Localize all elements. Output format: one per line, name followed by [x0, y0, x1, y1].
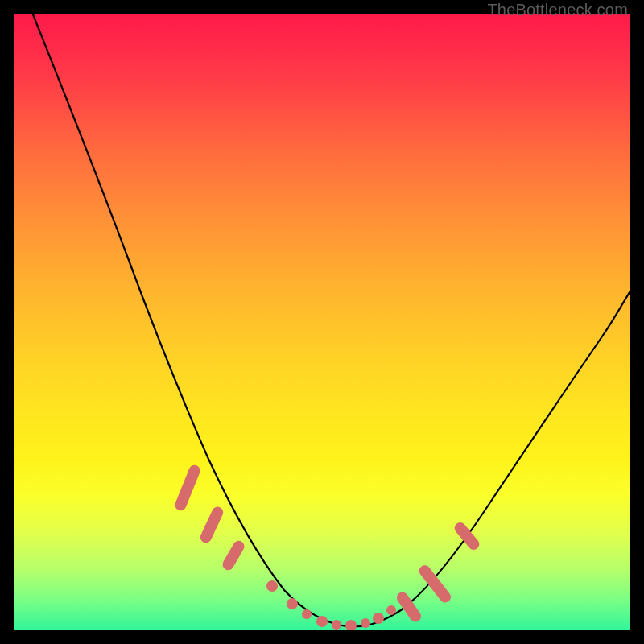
svg-point-12 — [361, 618, 370, 628]
svg-point-14 — [386, 605, 396, 615]
bottleneck-curve — [33, 14, 630, 626]
outer-frame: TheBottleneck.com — [0, 0, 644, 644]
svg-point-8 — [302, 609, 312, 619]
svg-point-13 — [373, 613, 384, 624]
chart-svg — [14, 14, 630, 630]
attribution-label: TheBottleneck.com — [487, 1, 628, 19]
svg-rect-2 — [221, 539, 246, 572]
svg-point-10 — [332, 620, 341, 630]
svg-point-7 — [287, 598, 298, 609]
svg-rect-4 — [417, 563, 453, 605]
highlight-right-cluster — [394, 520, 481, 624]
highlight-left-cluster — [173, 464, 246, 572]
svg-point-11 — [345, 620, 357, 630]
svg-rect-5 — [452, 520, 481, 552]
plot-area — [14, 14, 630, 630]
svg-point-9 — [316, 616, 328, 627]
svg-rect-0 — [173, 464, 201, 513]
svg-rect-1 — [199, 505, 225, 544]
svg-point-6 — [266, 580, 278, 592]
